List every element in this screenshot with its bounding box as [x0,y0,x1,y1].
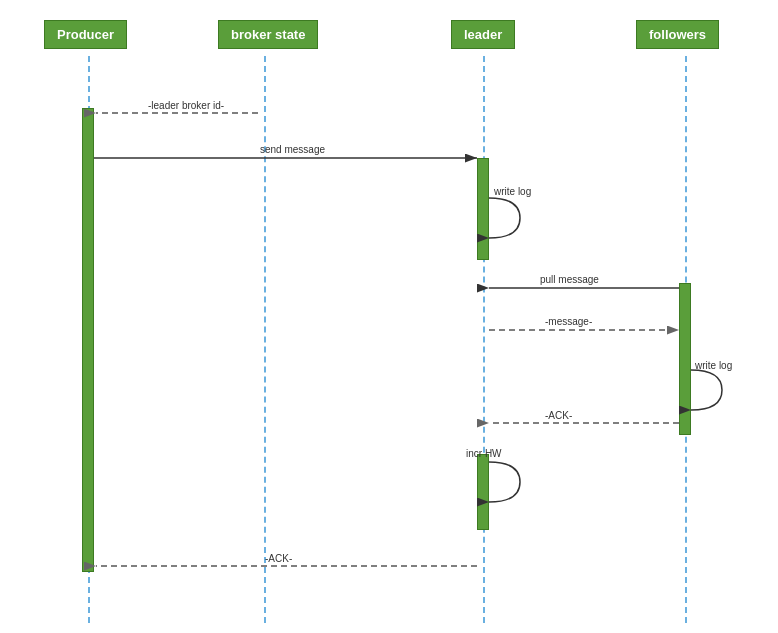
activation-leader-1 [477,158,489,260]
arrow-incr-hw [489,462,520,502]
actor-producer: Producer [44,20,127,49]
label-pull-message: pull message [540,274,599,285]
arrows-svg [0,0,778,633]
activation-followers [679,283,691,435]
arrow-write-log-leader [489,198,520,238]
sequence-diagram: Producer broker state leader followers [0,0,778,633]
actor-followers: followers [636,20,719,49]
label-ack-followers-leader: -ACK- [545,410,572,421]
label-ack-producer: -ACK- [265,553,292,564]
activation-producer [82,108,94,572]
label-write-log-leader: write log [494,186,531,197]
label-write-log-followers: write log [695,360,732,371]
actor-leader: leader [451,20,515,49]
label-send-message: send message [260,144,325,155]
activation-leader-2 [477,454,489,530]
arrow-write-log-followers [691,370,722,410]
label-leader-broker-id: -leader broker id- [148,100,224,111]
label-message: -message- [545,316,592,327]
actor-broker-state: broker state [218,20,318,49]
lifeline-leader [483,56,485,623]
lifeline-broker-state [264,56,266,623]
label-incr-hw: incr HW [466,448,502,459]
